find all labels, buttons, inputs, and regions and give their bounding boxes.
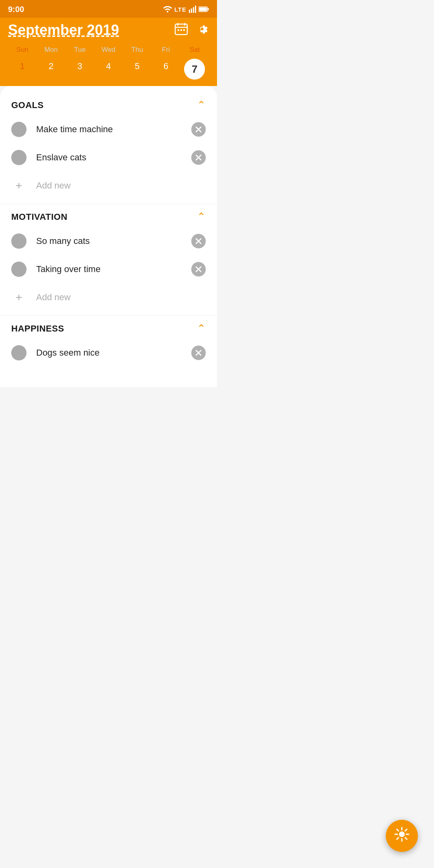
date-1[interactable]: 1 <box>8 59 37 80</box>
list-item: Make time machine <box>11 115 206 143</box>
svg-rect-1 <box>189 10 190 13</box>
happiness-section: HAPPINESS ⌃ Dogs seem nice <box>0 319 217 367</box>
goal-circle <box>11 122 27 137</box>
motivation-collapse-icon[interactable]: ⌃ <box>197 211 206 223</box>
motivation-delete-button[interactable] <box>191 262 206 276</box>
happiness-collapse-icon[interactable]: ⌃ <box>197 322 206 335</box>
svg-rect-14 <box>183 29 185 31</box>
goal-delete-button[interactable] <box>191 150 206 165</box>
goal-circle <box>11 150 27 165</box>
svg-rect-12 <box>178 29 179 31</box>
day-header-mon: Mon <box>37 44 65 55</box>
add-icon: + <box>11 178 27 193</box>
happiness-header: HAPPINESS ⌃ <box>11 319 206 335</box>
happiness-title: HAPPINESS <box>11 323 64 334</box>
svg-rect-7 <box>199 8 207 11</box>
settings-icon[interactable] <box>195 22 209 39</box>
list-item: Enslave cats <box>11 143 206 172</box>
header-icons <box>174 22 209 39</box>
goals-add-button[interactable]: + Add new <box>11 172 206 200</box>
signal-icon <box>189 6 196 13</box>
motivation-section: MOTIVATION ⌃ So many cats Taking over ti… <box>0 207 217 311</box>
add-icon: + <box>11 290 27 305</box>
motivation-header: MOTIVATION ⌃ <box>11 207 206 223</box>
goals-title: GOALS <box>11 100 44 111</box>
motivation-title: MOTIVATION <box>11 212 68 222</box>
list-item: Dogs seem nice <box>11 339 206 367</box>
svg-rect-4 <box>195 6 196 13</box>
date-4[interactable]: 4 <box>94 59 123 80</box>
add-text: Add new <box>36 180 71 191</box>
svg-rect-10 <box>184 23 185 26</box>
list-item: Taking over time <box>11 255 206 283</box>
day-header-tue: Tue <box>66 44 94 55</box>
date-7[interactable]: 7 <box>184 59 205 80</box>
happiness-delete-button[interactable] <box>191 346 206 360</box>
motivation-text: Taking over time <box>36 264 191 274</box>
day-header-sat: Sat <box>180 44 209 55</box>
svg-rect-2 <box>191 8 192 13</box>
motivation-text: So many cats <box>36 236 191 246</box>
goals-header: GOALS ⌃ <box>11 96 206 111</box>
date-row: 1 2 3 4 5 6 7 <box>8 59 209 86</box>
date-6[interactable]: 6 <box>151 59 180 80</box>
status-bar: 9:00 LTE <box>0 0 217 18</box>
main-content: GOALS ⌃ Make time machine Enslave cats <box>0 86 217 387</box>
motivation-circle <box>11 233 27 249</box>
goals-section: GOALS ⌃ Make time machine Enslave cats <box>0 96 217 200</box>
lte-label: LTE <box>174 6 186 13</box>
battery-icon <box>199 6 209 12</box>
goal-delete-button[interactable] <box>191 122 206 137</box>
day-headers: Sun Mon Tue Wed Thu Fri Sat <box>8 44 209 59</box>
status-icons: LTE <box>163 6 209 13</box>
motivation-add-button[interactable]: + Add new <box>11 283 206 311</box>
motivation-circle <box>11 262 27 277</box>
day-header-thu: Thu <box>123 44 151 55</box>
svg-point-15 <box>201 27 204 30</box>
day-header-sun: Sun <box>8 44 37 55</box>
month-title[interactable]: September 2019 <box>8 22 119 39</box>
goal-text: Make time machine <box>36 124 191 135</box>
happiness-text: Dogs seem nice <box>36 348 191 358</box>
wifi-icon <box>163 6 172 12</box>
goals-collapse-icon[interactable]: ⌃ <box>197 99 206 111</box>
date-2[interactable]: 2 <box>37 59 65 80</box>
calendar-icon[interactable] <box>174 22 188 39</box>
day-header-wed: Wed <box>94 44 123 55</box>
svg-point-0 <box>167 11 168 12</box>
svg-rect-3 <box>193 7 194 13</box>
divider <box>0 315 217 316</box>
day-header-fri: Fri <box>151 44 180 55</box>
date-3[interactable]: 3 <box>66 59 94 80</box>
svg-rect-6 <box>208 8 209 10</box>
list-item: So many cats <box>11 227 206 255</box>
divider <box>0 204 217 204</box>
add-text: Add new <box>36 292 71 303</box>
status-time: 9:00 <box>8 5 24 14</box>
calendar-header: September 2019 <box>0 18 217 86</box>
svg-rect-13 <box>180 29 182 31</box>
motivation-delete-button[interactable] <box>191 234 206 248</box>
month-row: September 2019 <box>8 22 209 44</box>
svg-rect-9 <box>177 23 178 26</box>
happiness-circle <box>11 345 27 360</box>
date-5[interactable]: 5 <box>123 59 151 80</box>
goal-text: Enslave cats <box>36 152 191 163</box>
